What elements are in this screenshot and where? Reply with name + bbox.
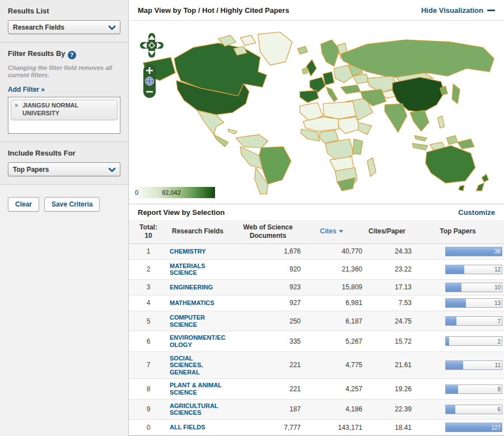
include-results-select[interactable]: Top Papers — [8, 162, 120, 176]
map-caribbean[interactable] — [228, 129, 237, 134]
save-criteria-button[interactable]: Save Criteria — [44, 197, 100, 212]
row-field-link[interactable]: CHEMISTRY — [170, 248, 226, 255]
row-field-link[interactable]: AGRICULTURAL SCIENCES — [170, 402, 226, 416]
top-papers-bar: 127 — [445, 423, 502, 432]
globe-icon — [146, 77, 154, 86]
map-east-africa[interactable] — [353, 139, 363, 154]
map-controls — [139, 33, 164, 98]
map-country-png[interactable] — [458, 139, 474, 149]
row-docs: 927 — [235, 299, 301, 307]
top-papers-bar-fill — [446, 361, 463, 369]
row-cites-per-paper: 15.72 — [362, 337, 412, 345]
map-country-italy[interactable] — [326, 87, 338, 102]
top-papers-bar-fill — [446, 299, 466, 307]
results-list-select[interactable]: Research Fields — [8, 20, 120, 34]
map-country-australia[interactable] — [426, 146, 475, 183]
row-field-link[interactable]: MATHEMATICS — [170, 299, 226, 307]
column-header-wos-documents[interactable]: Web of Science Documents — [235, 223, 301, 240]
map-country-germany[interactable] — [323, 72, 334, 85]
add-filter-link[interactable]: Add Filter » — [8, 86, 45, 93]
column-header-cites[interactable]: Cites — [301, 227, 362, 236]
map-country-madagascar[interactable] — [367, 158, 376, 176]
map-country-peru[interactable] — [240, 147, 262, 168]
row-rank: 9 — [129, 405, 168, 413]
top-papers-value: 7 — [497, 318, 501, 324]
report-table-header: Total: 10 Research Fields Web of Science… — [129, 220, 504, 244]
row-field-link[interactable]: SOCIAL SCIENCES, GENERAL — [170, 355, 226, 376]
row-rank: 8 — [129, 385, 168, 393]
chevron-down-icon — [108, 167, 116, 172]
include-results-selected-value: Top Papers — [13, 166, 49, 174]
top-papers-value: 6 — [497, 406, 501, 412]
sidebar: Results List Research Fields Filter Resu… — [0, 0, 129, 436]
table-row: 0 ALL FIELDS 7,777 143,171 18.41 127 — [129, 420, 504, 435]
map-country-indonesia[interactable] — [412, 143, 428, 150]
top-papers-value: 127 — [491, 424, 501, 430]
map-country-ireland[interactable] — [302, 67, 307, 74]
top-papers-bar: 11 — [445, 360, 502, 370]
map-country-spain[interactable] — [300, 91, 318, 103]
top-papers-bar: 2 — [445, 336, 502, 346]
report-table-body: 1 CHEMISTRY 1,676 40,770 24.33 36 2 MATE… — [129, 244, 504, 435]
map-country-india[interactable] — [385, 104, 407, 132]
filter-section: Filter Results By? Changing the filter f… — [0, 43, 128, 142]
filter-tag: × JIANGSU NORMAL UNIVERSITY — [11, 100, 118, 120]
map-country-france[interactable] — [310, 77, 325, 93]
column-header-research-fields: Research Fields — [168, 227, 235, 236]
row-docs: 250 — [235, 317, 301, 325]
row-docs: 335 — [235, 337, 301, 345]
row-rank: 7 — [129, 361, 168, 369]
map-country-philippines[interactable] — [438, 116, 445, 128]
row-cites: 5,267 — [301, 337, 362, 345]
map-indochina[interactable] — [410, 110, 428, 131]
map-tasmania[interactable] — [459, 185, 464, 191]
row-rank: 3 — [129, 283, 168, 291]
map-country-uk[interactable] — [306, 59, 316, 76]
map-country-new-zealand[interactable] — [477, 183, 484, 191]
hide-visualization-link[interactable]: Hide Visualization — [421, 6, 495, 15]
row-cites-per-paper: 23.22 — [362, 265, 412, 273]
map-country-iceland[interactable] — [298, 46, 308, 54]
customize-link[interactable]: Customize — [458, 208, 495, 217]
map-scandinavia[interactable] — [321, 40, 339, 66]
pan-control[interactable] — [140, 33, 164, 58]
map-country-greenland[interactable] — [258, 32, 292, 65]
help-icon[interactable]: ? — [68, 51, 76, 59]
map-islands[interactable] — [240, 35, 256, 45]
world-map[interactable] — [136, 29, 497, 196]
table-row: 2 MATERIALS SCIENCE 920 21,360 23.22 12 — [129, 260, 504, 280]
row-field-link[interactable]: ALL FIELDS — [170, 424, 226, 431]
criteria-buttons-section: Clear Save Criteria — [0, 185, 128, 436]
top-papers-bar-fill — [446, 265, 464, 274]
map-country-japan[interactable] — [452, 84, 460, 104]
include-results-heading: Include Results For — [8, 149, 120, 157]
row-field-link[interactable]: MATERIALS SCIENCE — [170, 262, 226, 276]
map-horn-of-africa[interactable] — [358, 123, 372, 135]
row-field-link[interactable]: ENGINEERING — [170, 284, 226, 291]
map-country-indonesia[interactable] — [446, 135, 458, 144]
map-country-ukraine[interactable] — [353, 74, 370, 84]
row-field-link[interactable]: ENVIRONMENT/ECOLOGY — [170, 334, 226, 348]
row-cites: 4,186 — [301, 405, 362, 413]
legend-max: 82,042 — [162, 189, 181, 196]
map-country-new-zealand[interactable] — [482, 174, 488, 182]
column-header-cites-per-paper[interactable]: Cites/Paper — [362, 227, 412, 236]
row-field-link[interactable]: COMPUTER SCIENCE — [170, 314, 226, 328]
row-field-link[interactable]: PLANT & ANIMAL SCIENCE — [170, 382, 226, 396]
zoom-control[interactable] — [143, 64, 156, 98]
map-country-russia[interactable] — [340, 40, 494, 78]
top-papers-value: 10 — [494, 284, 501, 290]
map-country-sudan[interactable] — [338, 117, 360, 134]
map-central-america[interactable] — [214, 134, 228, 147]
map-south-america-north[interactable] — [236, 134, 268, 148]
clear-button[interactable]: Clear — [8, 197, 39, 212]
remove-filter-icon[interactable]: × — [15, 102, 18, 110]
minus-icon — [487, 10, 495, 11]
column-header-top-papers[interactable]: Top Papers — [412, 227, 504, 236]
top-papers-bar-fill — [446, 337, 449, 345]
map-north-africa[interactable] — [323, 101, 356, 119]
row-cites: 40,770 — [301, 247, 362, 255]
row-cites: 15,809 — [301, 283, 362, 291]
map-country-turkey[interactable] — [340, 85, 360, 94]
map-country-malaysia[interactable] — [414, 135, 427, 141]
